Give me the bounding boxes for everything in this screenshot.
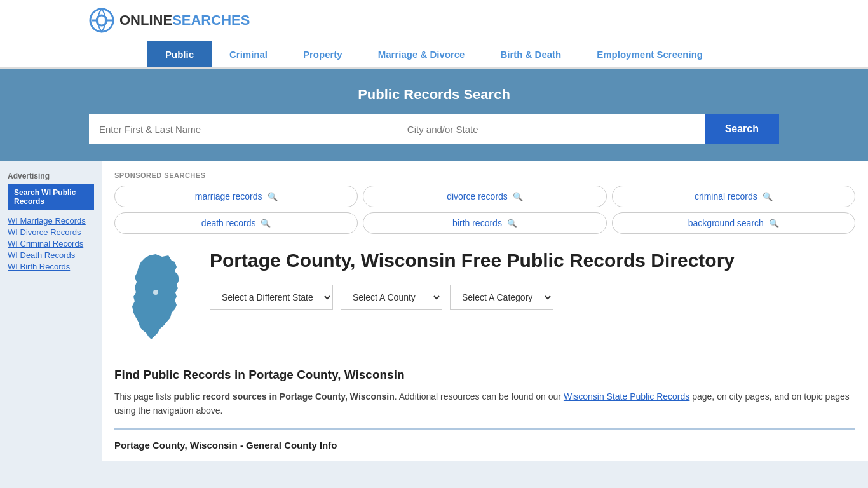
county-dropdown[interactable]: Select A County [341, 285, 442, 310]
tag-background[interactable]: background search 🔍 [612, 212, 855, 234]
county-info: Portage County, Wisconsin Free Public Re… [210, 249, 735, 310]
search-icon-4: 🔍 [507, 219, 517, 228]
search-icon-3: 🔍 [261, 219, 271, 228]
name-input[interactable] [89, 114, 397, 144]
county-section: Portage County, Wisconsin Free Public Re… [114, 249, 855, 353]
header: ONLINESEARCHES [0, 0, 868, 41]
sidebar-link-birth[interactable]: WI Birth Records [8, 262, 94, 271]
tag-criminal[interactable]: criminal records 🔍 [612, 186, 855, 207]
search-icon-5: 🔍 [769, 219, 779, 228]
state-map [114, 249, 197, 353]
search-icon-0: 🔍 [268, 192, 278, 201]
state-dropdown[interactable]: Select a Different State [210, 285, 333, 310]
county-title: Portage County, Wisconsin Free Public Re… [210, 249, 735, 272]
nav-criminal[interactable]: Criminal [212, 41, 285, 67]
search-form: Search [89, 114, 779, 144]
sidebar-ad-button[interactable]: Search WI Public Records [8, 184, 94, 210]
wisconsin-map-svg [114, 249, 197, 351]
tag-background-label: background search [688, 218, 764, 228]
content: SPONSORED SEARCHES marriage records 🔍 di… [102, 161, 868, 461]
find-text: This page lists public record sources in… [114, 390, 855, 418]
banner-title: Public Records Search [89, 86, 779, 103]
tag-death-label: death records [201, 218, 256, 228]
main-wrapper: Advertising Search WI Public Records WI … [0, 161, 868, 461]
sidebar-ad-label: Advertising [8, 172, 94, 180]
sidebar-link-marriage[interactable]: WI Marriage Records [8, 216, 94, 226]
find-section: Find Public Records in Portage County, W… [114, 368, 855, 418]
logo[interactable]: ONLINESEARCHES [89, 8, 250, 33]
search-banner: Public Records Search Search [0, 69, 868, 161]
search-tags: marriage records 🔍 divorce records 🔍 cri… [114, 186, 855, 234]
find-text-before: This page lists [114, 391, 173, 402]
tag-marriage-label: marriage records [195, 191, 262, 201]
find-text-bold: public record sources in Portage County,… [173, 391, 394, 402]
main-nav: Public Criminal Property Marriage & Divo… [0, 41, 868, 69]
search-icon-1: 🔍 [513, 192, 523, 201]
tag-marriage[interactable]: marriage records 🔍 [114, 186, 358, 207]
logo-text: ONLINESEARCHES [119, 12, 250, 29]
nav-birth-death[interactable]: Birth & Death [482, 41, 579, 67]
tag-divorce[interactable]: divorce records 🔍 [363, 186, 606, 207]
tag-birth[interactable]: birth records 🔍 [363, 212, 606, 234]
search-icon-2: 🔍 [763, 192, 773, 201]
tag-criminal-label: criminal records [695, 191, 757, 201]
location-input[interactable] [397, 114, 705, 144]
sidebar-link-criminal[interactable]: WI Criminal Records [8, 239, 94, 248]
logo-icon [89, 8, 114, 33]
tag-birth-label: birth records [452, 218, 502, 228]
tag-divorce-label: divorce records [447, 191, 508, 201]
sidebar-link-divorce[interactable]: WI Divorce Records [8, 227, 94, 237]
nav-employment[interactable]: Employment Screening [579, 41, 721, 67]
tag-death[interactable]: death records 🔍 [114, 212, 358, 234]
sidebar-link-death[interactable]: WI Death Records [8, 250, 94, 260]
nav-property[interactable]: Property [285, 41, 360, 67]
nav-public[interactable]: Public [147, 41, 212, 67]
search-button[interactable]: Search [705, 114, 779, 144]
sidebar: Advertising Search WI Public Records WI … [0, 161, 102, 461]
sponsored-label: SPONSORED SEARCHES [114, 172, 855, 179]
svg-point-4 [153, 290, 158, 295]
general-info-title: Portage County, Wisconsin - General Coun… [114, 440, 855, 451]
find-title: Find Public Records in Portage County, W… [114, 368, 855, 382]
dropdowns: Select a Different State Select A County… [210, 285, 735, 310]
find-link[interactable]: Wisconsin State Public Records [564, 391, 689, 402]
category-dropdown[interactable]: Select A Category [450, 285, 553, 310]
find-text-after: . Additional resources can be found on o… [395, 391, 564, 402]
nav-marriage-divorce[interactable]: Marriage & Divorce [360, 41, 483, 67]
divider [114, 428, 855, 430]
